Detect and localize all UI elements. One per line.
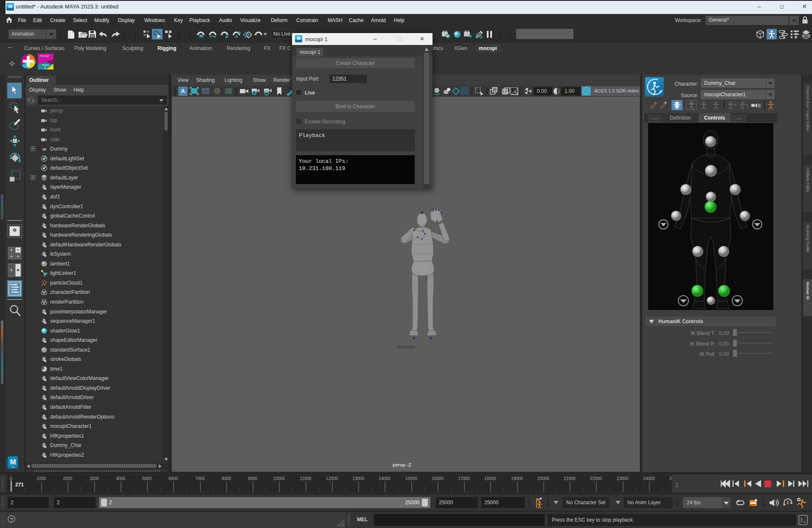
svg-text:M: M (10, 458, 16, 466)
svg-text:M: M (8, 4, 12, 9)
svg-text:mocopi: mocopi (39, 54, 49, 58)
svg-text:1: 1 (44, 66, 46, 70)
svg-text:M: M (297, 36, 301, 41)
svg-text:AVA: AVA (11, 466, 15, 468)
